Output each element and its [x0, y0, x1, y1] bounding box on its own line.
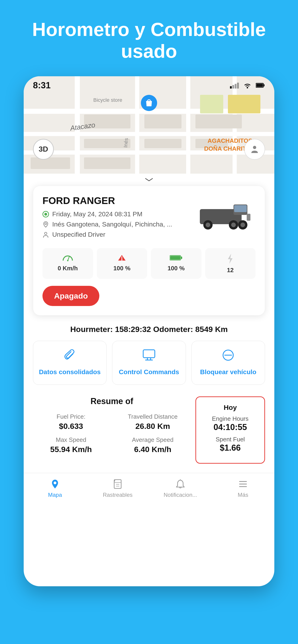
control-commands-label: Control Commands — [119, 368, 179, 376]
resume-section: Resume of Fuel Price: $0.633 Travelled D… — [24, 392, 274, 473]
stat-lightning-value: 12 — [227, 266, 234, 274]
signal-icon — [230, 82, 239, 88]
nav-item-rastreables[interactable]: Rastreables — [86, 479, 149, 498]
map-nav-button[interactable] — [244, 139, 265, 160]
action-row: Datos consolidados Control Commands — [24, 338, 274, 392]
battery-icon — [256, 82, 265, 88]
resume-fuel-price: Fuel Price: $0.633 — [33, 413, 109, 431]
nav-item-mas[interactable]: Más — [212, 479, 274, 498]
paperclip-icon — [64, 349, 76, 361]
hourmeter-line: Hourmeter: 158:29:32 Odometer: 8549 Km — [24, 316, 274, 338]
resume-header: Resume of Fuel Price: $0.633 Travelled D… — [33, 396, 265, 464]
avg-speed-label: Average Speed — [115, 436, 191, 444]
vehicle-name: FORD RANGER — [43, 195, 195, 206]
battery-full-icon — [170, 253, 183, 262]
map-block — [144, 114, 181, 128]
control-commands-button[interactable]: Control Commands — [112, 341, 186, 385]
avg-speed-value: 6.40 Km/h — [115, 445, 191, 454]
stat-signal: 100 % — [97, 248, 147, 279]
nav-item-notificaciones[interactable]: Notificacion... — [149, 479, 212, 498]
resume-grid: Fuel Price: $0.633 Travelled Distance 26… — [33, 413, 191, 454]
distance-value: 26.80 Km — [115, 422, 191, 431]
svg-point-22 — [67, 260, 69, 261]
svg-rect-20 — [247, 214, 250, 221]
max-speed-label: Max Speed — [33, 436, 109, 444]
collapse-arrow[interactable] — [24, 174, 274, 186]
hoy-title: Hoy — [202, 404, 259, 412]
bottom-nav: Mapa Rastreables Notificacion... — [24, 473, 274, 508]
address-text: Inés Gangotena, Sangolquí, Pichincha, ..… — [52, 221, 172, 228]
svg-rect-27 — [181, 257, 182, 259]
stat-signal-value: 100 % — [113, 265, 130, 272]
bloquear-vehiculo-button[interactable]: Bloquear vehículo — [191, 341, 265, 385]
datetime-text: Friday, May 24, 2024 08:31 PM — [52, 210, 143, 218]
svg-rect-1 — [232, 85, 234, 88]
svg-point-15 — [206, 222, 210, 227]
nav-item-mapa[interactable]: Mapa — [24, 479, 86, 498]
svg-point-8 — [253, 146, 256, 149]
clip-icon — [64, 349, 76, 363]
green-dot-inner — [44, 213, 47, 216]
svg-rect-29 — [143, 350, 155, 358]
resume-left: Resume of Fuel Price: $0.633 Travelled D… — [33, 396, 191, 454]
spent-fuel-label: Spent Fuel — [202, 436, 259, 443]
status-bar: 8:31 — [24, 80, 274, 90]
max-speed-value: 55.94 Km/h — [33, 445, 109, 454]
map-area: 8:31 — [24, 76, 274, 174]
vehicle-driver: Unspecified Driver — [43, 231, 195, 238]
vehicle-card: FORD RANGER Friday, May 24, 2024 08:31 P… — [33, 186, 265, 316]
map-text-ines: Inés — [123, 138, 130, 148]
spent-fuel-value: $1.66 — [202, 443, 259, 453]
vehicle-info: FORD RANGER Friday, May 24, 2024 08:31 P… — [43, 195, 195, 241]
svg-point-9 — [45, 223, 47, 225]
phone-shell: 8:31 — [24, 76, 274, 586]
no-entry-icon — [222, 349, 234, 361]
green-dot-icon — [43, 211, 49, 218]
map-background — [24, 76, 274, 174]
stat-battery-value: 100 % — [168, 265, 185, 272]
map-block — [144, 139, 181, 148]
truck-image — [195, 195, 255, 232]
datos-consolidados-button[interactable]: Datos consolidados — [33, 341, 107, 385]
nav-label-notificaciones: Notificacion... — [164, 492, 197, 498]
hoy-box: Hoy Engine Hours 04:10:55 Spent Fuel $1.… — [195, 396, 265, 464]
vehicle-datetime: Friday, May 24, 2024 08:31 PM — [43, 210, 195, 218]
chevron-down-icon — [144, 177, 154, 182]
driver-text: Unspecified Driver — [52, 231, 105, 238]
svg-rect-13 — [234, 205, 247, 212]
svg-point-19 — [240, 222, 245, 227]
stats-row: 0 Km/h 100 % 100 % — [43, 248, 255, 279]
map-block — [31, 158, 70, 169]
shopping-bag-icon — [144, 98, 154, 108]
resume-distance: Travelled Distance 26.80 Km — [115, 413, 191, 431]
svg-rect-3 — [237, 83, 239, 88]
map-pin-circle — [141, 95, 157, 111]
menu-icon — [238, 479, 248, 490]
datos-consolidados-label: Datos consolidados — [39, 368, 101, 376]
svg-point-4 — [247, 87, 248, 88]
stat-speed-value: 0 Km/h — [58, 265, 78, 272]
status-time: 8:31 — [33, 80, 51, 90]
map-block — [84, 158, 130, 169]
svg-point-25 — [121, 259, 123, 260]
lightning-icon — [226, 253, 234, 264]
nav-label-mas: Más — [238, 492, 248, 498]
stat-lightning: 12 — [205, 248, 256, 279]
svg-rect-6 — [263, 84, 264, 86]
book-icon — [112, 479, 123, 490]
engine-hours-value: 04:10:55 — [202, 422, 259, 432]
map-block-green — [200, 95, 223, 113]
screen-icon — [143, 349, 155, 361]
block-icon — [222, 349, 234, 363]
map-block-yellow — [228, 95, 260, 113]
status-button[interactable]: Apagado — [43, 286, 99, 306]
bloquear-vehiculo-label: Bloquear vehículo — [200, 368, 256, 376]
map-road — [135, 76, 139, 174]
speedometer-icon — [62, 253, 73, 262]
svg-rect-2 — [235, 84, 236, 88]
signal-strength-icon — [116, 253, 127, 262]
svg-point-17 — [231, 222, 236, 227]
map-3d-button[interactable]: 3D — [33, 139, 54, 160]
pin-map-icon — [50, 479, 60, 490]
map-pin — [141, 95, 157, 111]
